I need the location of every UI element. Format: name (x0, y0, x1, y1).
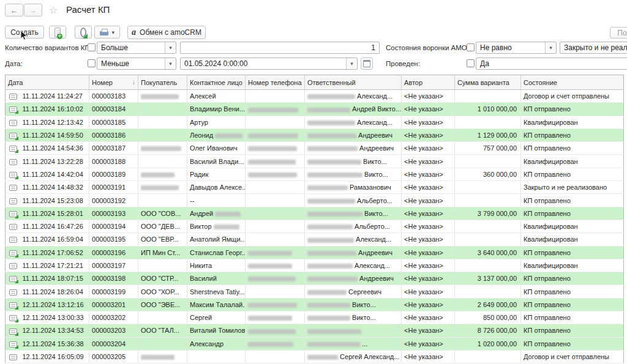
redacted-text (248, 316, 292, 321)
redacted-text (307, 133, 356, 138)
search-box[interactable]: Поиск (610, 27, 627, 39)
column-header-date[interactable]: Дата (6, 75, 89, 90)
redacted-text (248, 251, 292, 256)
redacted-text (248, 342, 293, 347)
date-filter-label: Дата: (5, 60, 23, 67)
variants-value-input[interactable]: 1 (180, 42, 380, 54)
date-cell: 12.11.2024 16:05:09 (20, 350, 89, 363)
sum-cell: 1 010 000,00 (455, 103, 521, 116)
date-filter-checkbox[interactable] (88, 59, 96, 67)
set-interval-button[interactable] (75, 26, 92, 39)
number-cell: 000003196 (89, 246, 138, 259)
chevron-down-icon[interactable]: ▾ (346, 58, 357, 69)
row-status-cell (6, 103, 20, 116)
buyer-cell (138, 194, 187, 207)
phone-cell (246, 155, 305, 168)
number-cell: 000003192 (89, 194, 138, 207)
buyer-cell: ООО "ТАЛ... (138, 324, 187, 337)
state-cell: КП отправлено (521, 207, 624, 220)
table-row[interactable]: 11.11.2024 13:22:28000003188Василий Влад… (6, 155, 624, 168)
row-status-cell (6, 259, 20, 272)
documents-table: Дата ↓ Номер Покупатель Контактное лицо … (5, 75, 624, 363)
table-row[interactable]: 12.11.2024 15:36:38000003204Александр ..… (6, 337, 624, 350)
table-row[interactable]: 11.11.2024 14:54:36000003187Олег Иванови… (6, 142, 624, 155)
table-row[interactable]: 11.11.2024 17:06:52000003196ИП Мин Ст...… (6, 246, 624, 259)
table-row[interactable]: 11.11.2024 11:24:27000003183Алексей Алек… (6, 90, 624, 103)
state-cell: КП отправлено (521, 194, 624, 207)
table-row[interactable]: 12.11.2024 13:34:53000003203ООО "ТАЛ...В… (6, 324, 624, 337)
author-cell: <Не указан> (402, 181, 455, 194)
column-header-number-label: Номер (92, 79, 113, 86)
date-cell: 11.11.2024 18:26:04 (20, 285, 89, 298)
contact-cell (187, 350, 246, 363)
date-op-select[interactable]: Меньше ▾ (97, 58, 176, 70)
variants-filter-checkbox[interactable] (88, 43, 96, 51)
column-header-number[interactable]: ↓ Номер (89, 75, 138, 90)
redacted-text (248, 303, 297, 308)
redacted-text (307, 303, 350, 308)
amo-state-op-select[interactable]: Не равно ▾ (476, 42, 557, 54)
favorite-star-icon[interactable]: ☆ (49, 4, 58, 16)
date-value-text: 01.05.2024 0:00:00 (184, 59, 247, 68)
column-header-author[interactable]: Автор (402, 75, 455, 90)
table-row[interactable]: 11.11.2024 14:48:32000003191Давыдов Алек… (6, 181, 624, 194)
amocrm-exchange-button[interactable]: a Обмен с amoCRM (127, 26, 206, 39)
amo-state-filter-checkbox[interactable] (467, 43, 475, 51)
table-row[interactable]: 11.11.2024 18:26:04000003199ООО "ХОР...S… (6, 285, 624, 298)
nav-back-button[interactable]: ← (5, 4, 23, 17)
printer-icon (100, 31, 108, 35)
phone-cell (246, 142, 305, 155)
date-cell: 11.11.2024 12:13:42 (20, 116, 89, 128)
state-cell: КП отправлено (521, 246, 624, 259)
amo-state-value-input[interactable]: Закрыто и не реализовано (560, 42, 627, 54)
column-header-state[interactable]: Состояние (521, 75, 624, 90)
posted-value-input[interactable]: Да (476, 58, 627, 70)
table-row[interactable]: 11.11.2024 15:23:08000003192-- Альберто.… (6, 194, 624, 207)
chevron-down-icon[interactable]: ▾ (165, 42, 176, 53)
contact-cell: Леонид (187, 128, 246, 141)
table-row[interactable]: 11.11.2024 15:28:01000003193ООО "СОВ...А… (6, 207, 624, 220)
responsible-cell: Викто... (305, 207, 402, 220)
row-status-cell (6, 90, 20, 103)
posted-document-icon (9, 211, 17, 217)
table-row[interactable]: 11.11.2024 14:42:04000003189Радик Викто.… (6, 168, 624, 180)
posted-filter-checkbox[interactable] (467, 59, 475, 67)
table-row[interactable]: 12.11.2024 13:12:16000003201ООО "ЭВЕ...М… (6, 298, 624, 311)
sum-cell (455, 181, 521, 194)
date-cell: 11.11.2024 17:06:52 (20, 246, 89, 259)
date-value-input[interactable]: 01.05.2024 0:00:00 ▾ (180, 58, 358, 70)
redacted-text (307, 108, 350, 113)
table-row[interactable]: 11.11.2024 16:59:04000003195ООО "ЕВР...А… (6, 233, 624, 246)
table-row[interactable]: 11.11.2024 16:47:26000003194ООО "ДЕВ...В… (6, 220, 624, 232)
contact-cell: Анатолий Ямщи... (187, 233, 246, 246)
nav-forward-button[interactable]: → (24, 4, 42, 17)
create-copy-button[interactable]: + (49, 26, 66, 39)
table-row[interactable]: 12.11.2024 16:05:09000003205 Сергей Алек… (6, 350, 624, 363)
buyer-cell (138, 311, 187, 324)
responsible-cell: Александ... (305, 116, 402, 128)
chevron-down-icon[interactable]: ▾ (165, 58, 176, 69)
table-row[interactable]: 11.11.2024 12:13:42000003185Артур Алекса… (6, 116, 624, 128)
redacted-text (248, 108, 298, 113)
column-header-sum[interactable]: Сумма варианта (455, 75, 521, 90)
author-cell: <Не указан> (402, 168, 455, 180)
column-header-contact[interactable]: Контактное лицо (187, 75, 246, 90)
column-header-phone[interactable]: Номер телефона (246, 75, 305, 90)
variants-op-select[interactable]: Больше ▾ (97, 42, 176, 54)
date-calendar-button[interactable] (361, 58, 373, 70)
table-row[interactable]: 11.11.2024 16:10:02000003184Владимир Вен… (6, 103, 624, 116)
buyer-cell (138, 142, 187, 155)
redacted-text (141, 146, 181, 151)
table-row[interactable]: 11.11.2024 17:21:21000003197Никита Алекс… (6, 259, 624, 272)
chevron-down-icon[interactable]: ▾ (545, 42, 556, 53)
column-header-buyer[interactable]: Покупатель (138, 75, 187, 90)
table-row[interactable]: 12.11.2024 13:00:33000003202Сергей Викто… (6, 311, 624, 324)
print-button[interactable]: ▾ (94, 26, 120, 39)
buyer-cell (138, 181, 187, 194)
table-row[interactable]: 11.11.2024 18:07:15000003198ООО "СТР...В… (6, 272, 624, 285)
state-cell: КП отправлено (521, 168, 624, 180)
column-header-responsible[interactable]: Ответственный (305, 75, 402, 90)
state-cell: Квалифицирован (521, 155, 624, 168)
sum-cell: 3 640 000,00 (455, 246, 521, 259)
table-row[interactable]: 11.11.2024 14:59:50000003186Леонид Андре… (6, 128, 624, 141)
